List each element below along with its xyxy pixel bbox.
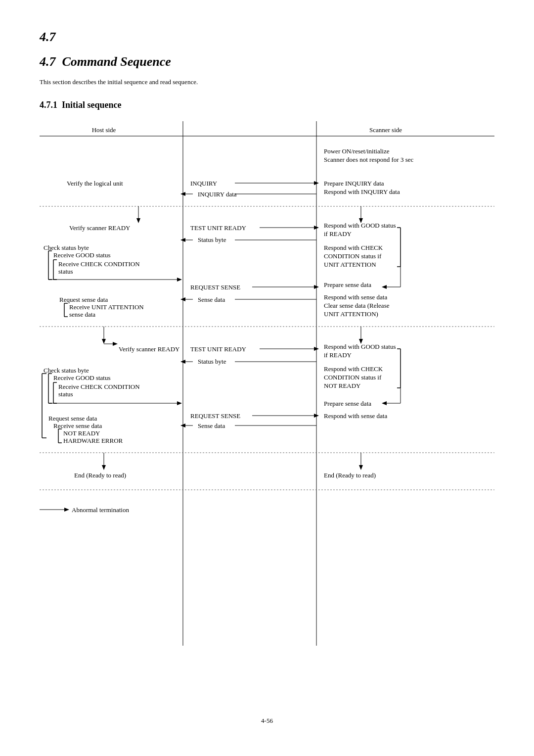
svg-text:Request sense data: Request sense data [59, 296, 108, 303]
svg-text:Respond with CHECK: Respond with CHECK [324, 244, 383, 251]
svg-text:if READY: if READY [324, 230, 352, 237]
svg-marker-112 [177, 401, 182, 405]
svg-text:HARDWARE ERROR: HARDWARE ERROR [63, 437, 123, 444]
svg-text:Prepare INQUIRY data: Prepare INQUIRY data [324, 180, 384, 187]
svg-text:status: status [58, 390, 73, 398]
svg-text:Sense data: Sense data [198, 296, 225, 303]
svg-text:Scanner does not respond for 3: Scanner does not respond for 3 sec [324, 156, 413, 163]
svg-marker-74 [113, 342, 118, 346]
svg-text:Receive CHECK CONDITION: Receive CHECK CONDITION [58, 383, 140, 390]
svg-text:Status byte: Status byte [198, 236, 226, 243]
svg-marker-136 [64, 508, 69, 512]
section-title: 4.7.1 Initial sequence [40, 100, 494, 110]
svg-text:Verify the logical unit: Verify the logical unit [67, 180, 123, 187]
svg-text:Request sense data: Request sense data [48, 415, 97, 422]
svg-marker-56 [382, 285, 387, 289]
svg-text:End (Ready to read): End (Ready to read) [324, 472, 376, 479]
svg-text:Verify scanner READY: Verify scanner READY [119, 345, 180, 353]
svg-text:Respond with sense data: Respond with sense data [324, 293, 387, 301]
svg-text:Host side: Host side [92, 126, 116, 134]
svg-text:End (Ready to read): End (Ready to read) [74, 472, 126, 479]
chapter-title: 4.7 [40, 30, 494, 45]
svg-text:Prepare sense data: Prepare sense data [324, 281, 371, 288]
svg-text:Check status byte: Check status byte [44, 244, 89, 251]
svg-text:CONDITION status if: CONDITION status if [324, 374, 382, 381]
svg-marker-109 [382, 401, 387, 405]
page-number: 4-56 [40, 717, 494, 725]
svg-marker-19 [136, 218, 140, 223]
svg-text:Verify scanner READY: Verify scanner READY [69, 224, 131, 232]
svg-text:Respond with INQUIRY data: Respond with INQUIRY data [324, 188, 400, 195]
svg-text:Respond with sense data: Respond with sense data [324, 412, 387, 420]
svg-text:Status byte: Status byte [198, 358, 226, 365]
svg-text:sense data: sense data [69, 311, 95, 318]
svg-text:Abnormal termination: Abnormal termination [72, 506, 129, 514]
svg-text:TEST UNIT READY: TEST UNIT READY [190, 224, 247, 232]
svg-text:NOT READY: NOT READY [324, 382, 361, 389]
svg-text:Receive UNIT ATTENTION: Receive UNIT ATTENTION [69, 303, 144, 311]
svg-text:REQUEST SENSE: REQUEST SENSE [190, 284, 240, 291]
diagram-container: Host side Scanner side Power ON/reset/in… [40, 121, 494, 707]
svg-marker-72 [102, 339, 106, 344]
svg-text:CONDITION status if: CONDITION status if [324, 252, 382, 260]
svg-text:Respond with GOOD status: Respond with GOOD status [324, 222, 396, 229]
svg-text:Receive sense data: Receive sense data [53, 422, 102, 429]
svg-text:INQUIRY: INQUIRY [190, 180, 218, 187]
page-content: 4.7 Command Sequence This section descri… [40, 54, 494, 725]
svg-text:Power ON/reset/initialize: Power ON/reset/initialize [324, 147, 390, 155]
svg-text:Sense data: Sense data [198, 422, 225, 429]
svg-text:Prepare sense data: Prepare sense data [324, 400, 371, 407]
svg-text:NOT READY: NOT READY [63, 429, 100, 437]
svg-text:Receive GOOD status: Receive GOOD status [53, 251, 111, 259]
svg-marker-43 [177, 278, 182, 282]
svg-text:INQUIRY data: INQUIRY data [198, 190, 237, 198]
svg-text:Respond with GOOD status: Respond with GOOD status [324, 343, 396, 350]
svg-text:Receive CHECK CONDITION: Receive CHECK CONDITION [58, 260, 140, 268]
svg-text:Check status byte: Check status byte [44, 367, 89, 374]
svg-text:TEST UNIT READY: TEST UNIT READY [190, 345, 247, 353]
svg-text:Clear sense data (Release: Clear sense data (Release [324, 302, 390, 309]
svg-text:UNIT ATTENTION): UNIT ATTENTION) [324, 310, 378, 318]
svg-text:if READY: if READY [324, 351, 352, 359]
svg-text:Respond with CHECK: Respond with CHECK [324, 365, 383, 373]
intro-paragraph: This section describes the initial seque… [40, 78, 494, 86]
svg-text:REQUEST SENSE: REQUEST SENSE [190, 412, 240, 420]
sequence-diagram: Host side Scanner side Power ON/reset/in… [40, 121, 494, 705]
svg-text:UNIT ATTENTION: UNIT ATTENTION [324, 261, 376, 268]
chapter-title: 4.7 Command Sequence [40, 54, 494, 69]
svg-text:Receive GOOD status: Receive GOOD status [53, 374, 111, 381]
svg-text:Scanner side: Scanner side [369, 126, 402, 134]
svg-text:status: status [58, 268, 73, 275]
svg-marker-131 [359, 465, 363, 470]
svg-marker-129 [102, 465, 106, 470]
